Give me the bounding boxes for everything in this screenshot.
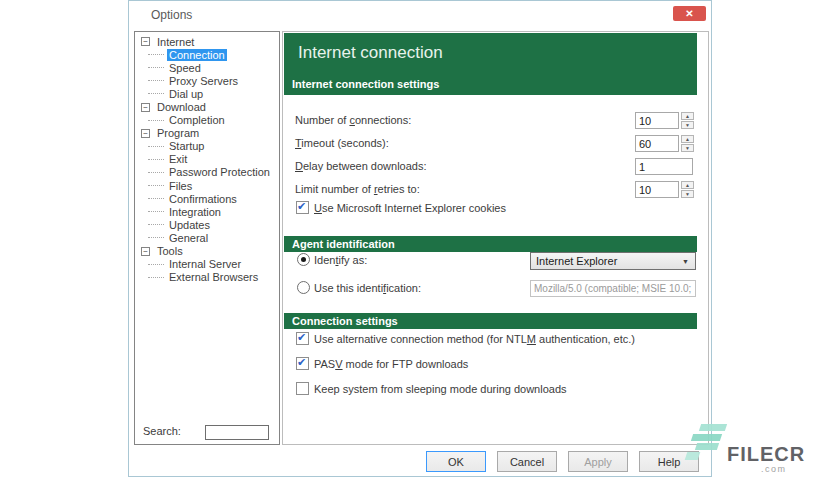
tree-item-label: General <box>167 232 210 244</box>
collapse-icon[interactable]: − <box>141 103 150 112</box>
tree-item-completion[interactable]: Completion <box>135 114 279 127</box>
tree-connector <box>148 80 164 81</box>
spin-up-icon[interactable]: ▲ <box>681 112 694 120</box>
tree-item-label: Completion <box>167 114 227 126</box>
timeout-input[interactable] <box>635 135 679 152</box>
spin-down-icon[interactable]: ▼ <box>681 121 694 129</box>
tree-item-general[interactable]: General <box>135 231 279 244</box>
label-pasv: PASV mode for FTP downloads <box>314 358 468 370</box>
tree-item-label: Confirmations <box>167 193 239 205</box>
user-agent-input[interactable] <box>530 280 696 297</box>
dropdown-value: Internet Explorer <box>536 255 617 267</box>
label-ntlm: Use alternative connection method (for N… <box>314 333 635 345</box>
tree-item-files[interactable]: Files <box>135 179 279 192</box>
tree-item-download[interactable]: −Download <box>135 100 279 113</box>
identify-as-dropdown[interactable]: Internet Explorer ▼ <box>530 252 696 270</box>
watermark-name: FILECR <box>727 443 805 466</box>
tree-item-label: Download <box>155 101 208 113</box>
collapse-icon[interactable]: − <box>141 129 150 138</box>
retries-input[interactable] <box>635 181 679 198</box>
filecr-logo-icon <box>691 434 722 441</box>
timeout-stepper[interactable]: ▲ ▼ <box>681 135 694 152</box>
search-input[interactable] <box>205 425 269 440</box>
chevron-down-icon: ▼ <box>682 258 689 265</box>
tree-item-dial-up[interactable]: Dial up <box>135 87 279 100</box>
tree-connector <box>148 67 164 68</box>
tree-item-connection[interactable]: Connection <box>135 48 279 61</box>
pasv-checkbox[interactable]: ✔ <box>296 357 309 370</box>
filecr-logo-icon <box>695 443 719 450</box>
collapse-icon[interactable]: − <box>141 37 150 46</box>
spin-up-icon[interactable]: ▲ <box>681 181 694 189</box>
tree-connector <box>148 264 164 265</box>
page-title: Internet connection <box>298 43 443 63</box>
identify-as-radio[interactable] <box>297 253 310 266</box>
check-icon: ✔ <box>297 200 306 212</box>
keep-awake-checkbox[interactable] <box>296 382 309 395</box>
tree-item-proxy-servers[interactable]: Proxy Servers <box>135 74 279 87</box>
tree-connector <box>148 146 164 147</box>
check-icon: ✔ <box>297 331 306 343</box>
options-dialog: Options ✕ −Internet Connection Speed Pro… <box>128 0 712 477</box>
tree-item-label: External Browsers <box>167 271 260 283</box>
title-bar: Options ✕ <box>129 1 711 29</box>
close-button[interactable]: ✕ <box>673 6 706 21</box>
tree-item-exit[interactable]: Exit <box>135 153 279 166</box>
tree-item-program[interactable]: −Program <box>135 127 279 140</box>
tree-connector <box>148 211 164 212</box>
use-this-identification-radio[interactable] <box>297 281 310 294</box>
label-ie-cookies: Use Microsoft Internet Explorer cookies <box>314 202 506 214</box>
label-limit-retries: Limit number of retries to: <box>295 183 420 195</box>
label-keep-awake: Keep system from sleeping mode during do… <box>314 383 567 395</box>
tree-connector <box>148 198 164 199</box>
tree-item-label: Internal Server <box>167 258 243 270</box>
tree-item-tools[interactable]: −Tools <box>135 245 279 258</box>
check-icon: ✔ <box>297 356 306 368</box>
spin-down-icon[interactable]: ▼ <box>681 144 694 152</box>
settings-tree: −Internet Connection Speed Proxy Servers… <box>135 35 279 284</box>
spin-up-icon[interactable]: ▲ <box>681 135 694 143</box>
filecr-logo-icon <box>699 424 727 431</box>
tree-connector <box>148 93 164 94</box>
minus-icon: − <box>143 38 148 45</box>
tree-item-label: Tools <box>155 245 185 257</box>
apply-button[interactable]: Apply <box>568 451 628 472</box>
retries-stepper[interactable]: ▲ ▼ <box>681 181 694 198</box>
label-use-this-identification: Use this identification: <box>314 282 421 294</box>
tree-item-integration[interactable]: Integration <box>135 205 279 218</box>
page-header: Internet connection Internet connection … <box>284 33 697 95</box>
section-header-internet-connection-settings: Internet connection settings <box>292 78 439 90</box>
tree-item-label: Internet <box>155 36 196 48</box>
spin-down-icon[interactable]: ▼ <box>681 190 694 198</box>
ok-button[interactable]: OK <box>426 451 486 472</box>
ntlm-checkbox[interactable]: ✔ <box>296 332 309 345</box>
tree-item-password-protection[interactable]: Password Protection <box>135 166 279 179</box>
tree-item-external-browsers[interactable]: External Browsers <box>135 271 279 284</box>
tree-item-internal-server[interactable]: Internal Server <box>135 258 279 271</box>
cancel-button[interactable]: Cancel <box>497 451 557 472</box>
tree-item-startup[interactable]: Startup <box>135 140 279 153</box>
page: Options ✕ −Internet Connection Speed Pro… <box>0 0 836 484</box>
content-panel: Internet connection Internet connection … <box>282 31 709 445</box>
connections-stepper[interactable]: ▲ ▼ <box>681 112 694 129</box>
label-delay-between-downloads: Delay between downloads: <box>295 160 426 172</box>
tree-item-label: Password Protection <box>167 166 272 178</box>
tree-item-updates[interactable]: Updates <box>135 218 279 231</box>
tree-connector <box>148 120 164 121</box>
tree-connector <box>148 277 164 278</box>
label-timeout: Timeout (seconds): <box>295 137 389 149</box>
close-icon: ✕ <box>685 9 693 19</box>
tree-item-label-selected: Connection <box>167 49 227 61</box>
connections-input[interactable] <box>635 112 679 129</box>
collapse-icon[interactable]: − <box>141 247 150 256</box>
tree-item-speed[interactable]: Speed <box>135 61 279 74</box>
delay-input[interactable] <box>635 158 693 175</box>
tree-connector <box>148 224 164 225</box>
tree-item-confirmations[interactable]: Confirmations <box>135 192 279 205</box>
label-identify-as: Identify as: <box>314 254 367 266</box>
tree-item-internet[interactable]: −Internet <box>135 35 279 48</box>
tree-item-label: Updates <box>167 219 212 231</box>
settings-tree-panel: −Internet Connection Speed Proxy Servers… <box>134 31 280 445</box>
section-header-agent-identification: Agent identification <box>284 236 697 252</box>
ie-cookies-checkbox[interactable]: ✔ <box>296 201 309 214</box>
